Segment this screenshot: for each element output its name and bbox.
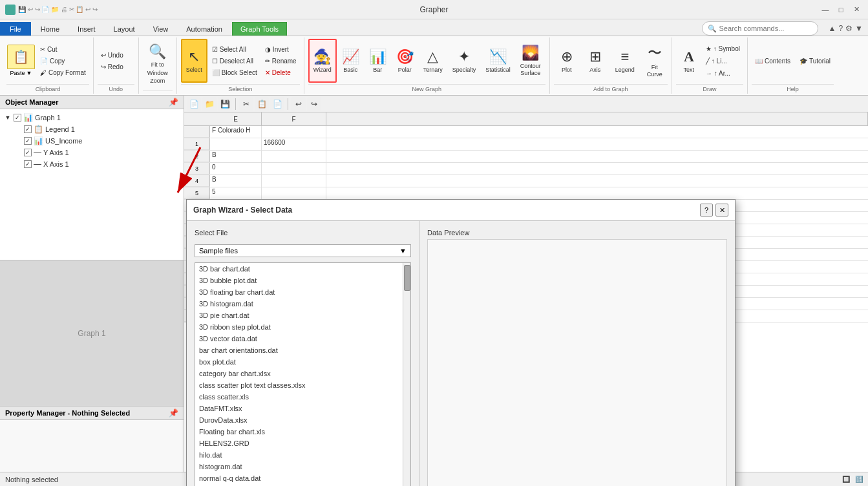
text-button[interactable]: A Text xyxy=(676,39,702,83)
scrollbar-track[interactable] xyxy=(403,263,410,486)
delete-icon: ✕ xyxy=(265,69,270,76)
axis-button[interactable]: ⊞ Axis xyxy=(582,39,608,83)
dialog-help-button[interactable]: ? xyxy=(700,204,713,217)
dropdown-arrow-icon: ▼ xyxy=(399,247,407,255)
nav-up-icon[interactable]: ▲ xyxy=(829,24,836,33)
file-list-item[interactable]: DataFMT.xlsx xyxy=(195,403,410,414)
tutorial-button[interactable]: 🎓 Tutorial xyxy=(796,56,834,67)
fit-window-zoom-button[interactable]: 🔍 Fit to Window Zoom xyxy=(143,42,173,86)
tab-graph-tools[interactable]: Graph Tools xyxy=(232,22,287,36)
specialty-button[interactable]: ✦ Specialty xyxy=(448,39,481,83)
tab-view[interactable]: View xyxy=(145,22,177,36)
symbol-button[interactable]: ★ ↑ Symbol xyxy=(703,43,743,54)
rename-button[interactable]: ✏ Rename xyxy=(262,56,300,67)
file-list-item[interactable]: category bar chart.xlsx xyxy=(195,368,410,379)
contour-surface-button[interactable]: 🌄 ContourSurface xyxy=(516,39,545,83)
tab-home[interactable]: Home xyxy=(32,22,68,36)
draw-group: A Text ★ ↑ Symbol ╱ ↑ Li... → ↑ Ar... Dr… xyxy=(672,37,748,94)
search-input[interactable] xyxy=(719,25,812,32)
tab-file[interactable]: File xyxy=(0,22,31,36)
add-to-graph-label: Add to Graph xyxy=(554,84,668,92)
undo-group-content: ↩ Undo ↪ Redo xyxy=(98,39,134,83)
file-list-item[interactable]: Floating bar chart.xls xyxy=(195,426,410,438)
selection-group: ↖ Select ☑ Select All ☐ Deselect All ⬜ B… xyxy=(177,37,304,94)
data-preview-label: Data Preview xyxy=(427,229,727,237)
file-list-item[interactable]: 3D vector data.dat xyxy=(195,333,410,344)
delete-button[interactable]: ✕ Delete xyxy=(262,67,300,78)
file-list-item[interactable]: 3D pie chart.dat xyxy=(195,310,410,321)
ternary-button[interactable]: △ Ternary xyxy=(419,39,447,83)
app-close-button[interactable]: ✕ xyxy=(850,3,863,16)
dropdown-label: Sample files xyxy=(199,247,238,255)
file-list-item[interactable]: 3D ribbon step plot.dat xyxy=(195,321,410,333)
invert-button[interactable]: ◑ Invert xyxy=(262,44,300,55)
line-button[interactable]: ╱ ↑ Li... xyxy=(703,56,743,67)
text-btn-icon: A xyxy=(684,48,694,65)
file-list[interactable]: 3D bar chart.dat3D bubble plot.dat3D flo… xyxy=(195,262,411,486)
fit-zoom-icon: 🔍 xyxy=(149,43,166,60)
maximize-button[interactable]: □ xyxy=(834,3,847,16)
deselect-all-button[interactable]: ☐ Deselect All xyxy=(209,56,260,67)
plot-button[interactable]: ⊕ Plot xyxy=(554,39,580,83)
cut-button[interactable]: ✂ Cut xyxy=(37,44,89,55)
search-bar[interactable]: 🔍 xyxy=(702,21,818,36)
block-select-button[interactable]: ⬜ Block Select xyxy=(209,67,260,78)
file-list-item[interactable]: normal q-q data.dat xyxy=(195,472,410,484)
legend-button[interactable]: ≡ Legend xyxy=(611,39,639,83)
file-list-item[interactable]: DurovData.xlsx xyxy=(195,414,410,426)
bar-button[interactable]: 📊 Bar xyxy=(365,39,391,83)
polar-button[interactable]: 🎯 Polar xyxy=(392,39,418,83)
file-list-item[interactable]: bar chart orientations.dat xyxy=(195,344,410,356)
file-list-item[interactable]: 3D bubble plot.dat xyxy=(195,275,410,286)
options-icon[interactable]: ⚙ xyxy=(845,24,852,33)
file-list-item[interactable]: histogram.dat xyxy=(195,461,410,472)
minimize-button[interactable]: — xyxy=(819,3,832,16)
scrollbar-thumb[interactable] xyxy=(404,265,410,291)
file-list-item[interactable]: class scatter.xls xyxy=(195,391,410,403)
dialog-close-button[interactable]: ✕ xyxy=(715,204,728,217)
help-icon[interactable]: ? xyxy=(838,24,843,33)
copy-format-button[interactable]: 🖌 Copy Format xyxy=(37,67,89,78)
title-bar: 💾 ↩ ↪ 📄 📁 🖨 ✂ 📋 ↩ ↪ Grapher — □ ✕ xyxy=(0,0,868,19)
main-layout: Object Manager 📌 ▼ 📊 Graph 1 📋 Legend 1 xyxy=(0,96,868,472)
paste-button[interactable]: 📋 Paste▼ xyxy=(6,44,36,78)
tutorial-icon: 🎓 xyxy=(799,58,807,65)
dialog-right-panel: Data Preview xyxy=(419,221,735,486)
wizard-button[interactable]: 🧙 Wizard xyxy=(308,39,337,83)
minimize-ribbon-icon[interactable]: ▼ xyxy=(855,24,863,33)
paste-label: Paste▼ xyxy=(7,69,35,77)
ternary-icon: △ xyxy=(427,48,438,65)
statistical-button[interactable]: 📉 Statistical xyxy=(481,39,515,83)
selection-items2: ◑ Invert ✏ Rename ✕ Delete xyxy=(262,44,300,78)
select-button[interactable]: ↖ Select xyxy=(181,39,207,83)
legend-icon: ≡ xyxy=(620,48,629,65)
file-list-item[interactable]: hilo.dat xyxy=(195,449,410,461)
quick-access: 💾 ↩ ↪ 📄 📁 🖨 ✂ 📋 ↩ ↪ xyxy=(18,6,98,13)
contents-button[interactable]: 📖 Contents xyxy=(752,56,794,67)
undo-button[interactable]: ↩ Undo xyxy=(98,50,127,61)
tab-automation[interactable]: Automation xyxy=(178,22,231,36)
redo-button[interactable]: ↪ Redo xyxy=(98,61,127,72)
cut-icon: ✂ xyxy=(40,46,45,53)
copy-button[interactable]: 📄 Copy xyxy=(37,56,89,67)
dialog-overlay: Graph Wizard - Select Data ? ✕ Select Fi… xyxy=(0,96,868,472)
file-list-item[interactable]: HELENS2.GRD xyxy=(195,438,410,449)
file-list-item[interactable]: class scatter plot text classes.xlsx xyxy=(195,379,410,391)
help-content: 📖 Contents 🎓 Tutorial xyxy=(752,39,834,83)
select-all-button[interactable]: ☑ Select All xyxy=(209,44,260,55)
status-icon1: 🔲 xyxy=(842,476,850,483)
file-list-item[interactable]: 3D floating bar chart.dat xyxy=(195,286,410,298)
tab-insert[interactable]: Insert xyxy=(69,22,104,36)
block-select-icon: ⬜ xyxy=(212,69,220,76)
arrow-button[interactable]: → ↑ Ar... xyxy=(703,68,743,79)
fit-curve-button[interactable]: 〜 FitCurve xyxy=(642,39,668,83)
tab-layout[interactable]: Layout xyxy=(105,22,143,36)
status-icon2: 🔢 xyxy=(855,476,863,483)
basic-button[interactable]: 📈 Basic xyxy=(337,39,364,83)
copy-icon: 📄 xyxy=(40,58,48,65)
file-dropdown[interactable]: Sample files ▼ xyxy=(195,244,411,257)
zoom-group-label xyxy=(143,90,173,92)
file-list-item[interactable]: 3D histogram.dat xyxy=(195,298,410,310)
file-list-item[interactable]: box plot.dat xyxy=(195,356,410,368)
file-list-item[interactable]: 3D bar chart.dat xyxy=(195,263,410,275)
